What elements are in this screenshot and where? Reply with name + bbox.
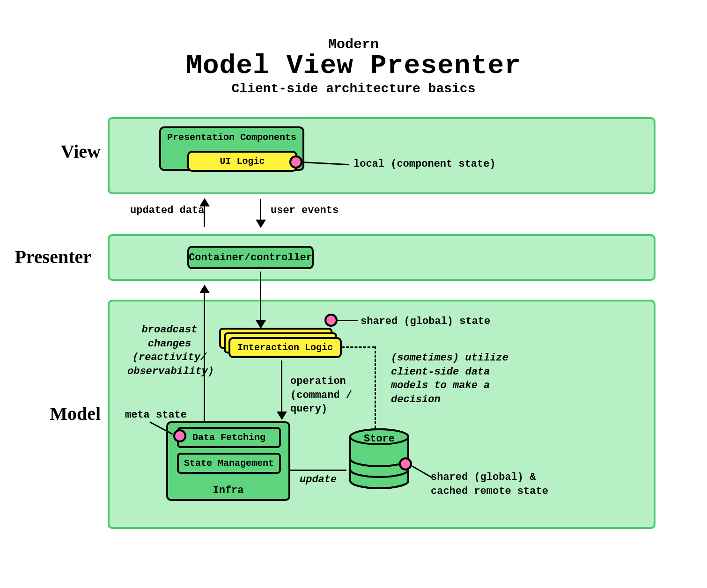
- arrow-operation: [281, 360, 282, 419]
- note-update: update: [300, 473, 337, 487]
- layer-label-model: Model: [2, 403, 101, 425]
- state-dot-icon: [289, 155, 302, 169]
- note-updated-data: updated data: [130, 204, 204, 218]
- diagram-pretitle: Modern: [0, 37, 707, 52]
- leader-line: [337, 320, 358, 321]
- box-label: Container/controller: [189, 252, 312, 264]
- note-sometimes-utilize: (sometimes) utilize client-side data mod…: [391, 351, 522, 407]
- note-operation: operation (command / query): [290, 375, 389, 416]
- box-state-management: State Management: [177, 453, 281, 474]
- box-label: UI Logic: [220, 156, 265, 167]
- box-label: Presentation Components: [167, 132, 296, 143]
- box-label: Infra: [168, 485, 288, 496]
- box-data-fetching: Data Fetching: [177, 427, 281, 448]
- layer-label-presenter: Presenter: [0, 246, 91, 268]
- box-interaction-logic: Interaction Logic: [228, 337, 342, 358]
- diagram-subtitle: Client-side architecture basics: [0, 81, 707, 96]
- arrow-to-interaction: [260, 272, 261, 328]
- diagram-title: Model View Presenter: [0, 51, 707, 81]
- box-ui-logic: UI Logic: [187, 151, 297, 172]
- note-shared-cached-state: shared (global) & cached remote state: [431, 470, 552, 498]
- state-dot-icon: [399, 457, 412, 470]
- box-label: State Management: [184, 458, 274, 469]
- box-label: Store: [346, 433, 412, 445]
- box-label: Interaction Logic: [237, 342, 333, 353]
- note-user-events: user events: [271, 204, 339, 218]
- note-shared-global-state: shared (global) state: [361, 315, 490, 329]
- arrow-user-events: [260, 199, 261, 227]
- connector-update: [290, 470, 346, 471]
- layer-label-view: View: [2, 140, 101, 162]
- note-meta-state: meta state: [125, 408, 187, 422]
- state-dot-icon: [324, 314, 338, 327]
- box-container-controller: Container/controller: [187, 246, 314, 269]
- dashed-connector: [342, 346, 375, 348]
- note-broadcast: broadcast changes (reactivity/ observabi…: [127, 323, 212, 379]
- box-label: Data Fetching: [192, 432, 265, 443]
- state-dot-icon: [173, 429, 186, 442]
- note-local-state: local (component state): [354, 157, 496, 171]
